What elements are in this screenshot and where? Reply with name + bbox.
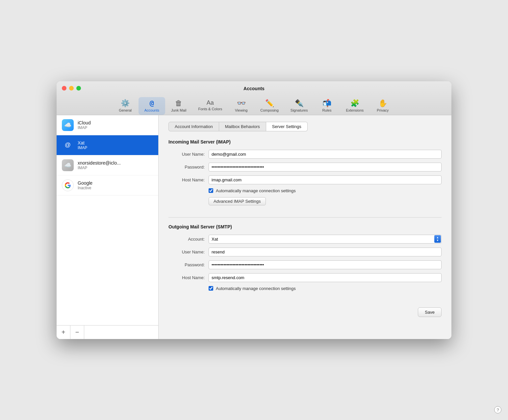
accounts-icon: @ <box>150 100 154 107</box>
account-list: ☁️ iCloud IMAP @ Xat IMAP <box>57 115 158 325</box>
toolbar-item-signatures[interactable]: ✒️ Signatures <box>285 97 314 115</box>
outgoing-auto-manage-row: Automatically manage connection settings <box>209 286 442 291</box>
incoming-auto-manage-row: Automatically manage connection settings <box>209 188 442 193</box>
google-icon <box>62 179 74 191</box>
toolbar-label-extensions: Extensions <box>346 108 364 112</box>
incoming-password-label: Password: <box>168 165 205 170</box>
xnor-name: xnorsidestore@iclo... <box>78 160 121 166</box>
toolbar-label-privacy: Privacy <box>377 108 389 112</box>
toolbar-label-composing: Composing <box>260 108 279 112</box>
account-item-google[interactable]: Google Inactive <box>57 175 158 196</box>
minimize-button[interactable] <box>69 86 74 91</box>
sidebar-footer: + − <box>57 325 158 339</box>
advanced-imap-button[interactable]: Advanced IMAP Settings <box>209 197 266 205</box>
tab-account-info[interactable]: Account Information <box>168 122 219 131</box>
account-stepper[interactable]: ▲ ▼ <box>434 235 441 243</box>
toolbar-item-rules[interactable]: 📬 Rules <box>314 97 340 115</box>
xat-icon: @ <box>62 139 74 151</box>
fonts-icon: Aa <box>207 100 214 106</box>
toolbar-item-fonts[interactable]: Aa Fonts & Colors <box>192 97 228 115</box>
remove-account-button[interactable]: − <box>70 326 84 339</box>
titlebar: Accounts ⚙️ General @ Accounts 🗑 Junk Ma… <box>57 81 451 115</box>
window-controls <box>62 86 81 91</box>
general-icon: ⚙️ <box>121 100 130 107</box>
advanced-imap-btn-wrapper: Advanced IMAP Settings <box>168 197 442 211</box>
toolbar-item-general[interactable]: ⚙️ General <box>112 97 139 115</box>
xnor-type: IMAP <box>78 166 121 170</box>
toolbar-label-junkmail: Junk Mail <box>171 108 186 112</box>
account-item-xnor[interactable]: ☁️ xnorsidestore@iclo... IMAP <box>57 155 158 175</box>
toolbar: ⚙️ General @ Accounts 🗑 Junk Mail Aa Fon… <box>62 94 446 115</box>
outgoing-hostname-input[interactable] <box>209 273 442 282</box>
incoming-mail-title: Incoming Mail Server (IMAP) <box>168 139 442 144</box>
toolbar-label-general: General <box>119 108 132 112</box>
icloud-icon: ☁️ <box>62 119 74 131</box>
toolbar-label-viewing: Viewing <box>235 108 247 112</box>
outgoing-hostname-row: Host Name: <box>168 273 442 282</box>
outgoing-account-select-wrapper: Xat ▲ ▼ <box>209 235 442 244</box>
tab-mailbox-behaviors[interactable]: Mailbox Behaviors <box>219 122 266 131</box>
xat-info: Xat IMAP <box>78 140 87 150</box>
google-info: Google Inactive <box>78 180 92 190</box>
account-item-xat[interactable]: @ Xat IMAP <box>57 135 158 155</box>
add-account-button[interactable]: + <box>57 326 70 339</box>
maximize-button[interactable] <box>76 86 81 91</box>
toolbar-item-privacy[interactable]: ✋ Privacy <box>369 97 396 115</box>
section-divider <box>168 217 442 218</box>
outgoing-account-select[interactable]: Xat <box>209 235 442 244</box>
toolbar-label-signatures: Signatures <box>291 108 308 112</box>
extensions-icon: 🧩 <box>350 100 359 107</box>
outgoing-auto-manage-checkbox[interactable] <box>209 286 213 291</box>
account-item-icloud[interactable]: ☁️ iCloud IMAP <box>57 115 158 135</box>
viewing-icon: 👓 <box>237 100 246 107</box>
signatures-icon: ✒️ <box>295 100 304 107</box>
outgoing-auto-manage-label: Automatically manage connection settings <box>216 286 296 291</box>
stepper-down-arrow: ▼ <box>436 239 439 242</box>
outgoing-password-input[interactable] <box>209 260 442 269</box>
stepper-up-arrow: ▲ <box>436 236 439 239</box>
xat-name: Xat <box>78 140 87 145</box>
incoming-password-row: Password: <box>168 163 442 171</box>
outgoing-hostname-label: Host Name: <box>168 275 205 280</box>
incoming-hostname-row: Host Name: <box>168 175 442 184</box>
outgoing-account-label: Account: <box>168 237 205 242</box>
toolbar-item-accounts[interactable]: @ Accounts <box>139 97 165 115</box>
footer-actions: Save <box>168 301 442 317</box>
rules-icon: 📬 <box>322 100 331 107</box>
help-button[interactable]: ? <box>494 406 501 413</box>
icloud-info: iCloud IMAP <box>78 120 91 130</box>
toolbar-item-viewing[interactable]: 👓 Viewing <box>228 97 254 115</box>
toolbar-label-rules: Rules <box>322 108 331 112</box>
outgoing-username-row: User Name: <box>168 248 442 256</box>
outgoing-account-row: Account: Xat ▲ ▼ <box>168 235 442 244</box>
incoming-hostname-label: Host Name: <box>168 177 205 182</box>
xnor-icon: ☁️ <box>62 159 74 171</box>
toolbar-item-composing[interactable]: ✏️ Composing <box>254 97 285 115</box>
tab-bar: Account Information Mailbox Behaviors Se… <box>168 122 442 131</box>
toolbar-item-junkmail[interactable]: 🗑 Junk Mail <box>165 97 192 115</box>
incoming-auto-manage-label: Automatically manage connection settings <box>216 188 296 193</box>
incoming-auto-manage-checkbox[interactable] <box>209 188 213 193</box>
outgoing-mail-title: Outgoing Mail Server (SMTP) <box>168 224 442 229</box>
sidebar: ☁️ iCloud IMAP @ Xat IMAP <box>57 115 159 339</box>
privacy-icon: ✋ <box>378 100 387 107</box>
composing-icon: ✏️ <box>265 100 274 107</box>
outgoing-username-input[interactable] <box>209 248 442 256</box>
toolbar-item-extensions[interactable]: 🧩 Extensions <box>340 97 369 115</box>
tab-server-settings[interactable]: Server Settings <box>266 122 308 131</box>
google-type: Inactive <box>78 186 92 190</box>
main-content: ☁️ iCloud IMAP @ Xat IMAP <box>57 115 451 339</box>
outgoing-username-label: User Name: <box>168 249 205 254</box>
toolbar-label-fonts: Fonts & Colors <box>198 107 222 111</box>
icloud-name: iCloud <box>78 120 91 125</box>
xnor-info: xnorsidestore@iclo... IMAP <box>78 160 121 170</box>
toolbar-label-accounts: Accounts <box>144 108 159 112</box>
incoming-password-input[interactable] <box>209 163 442 171</box>
incoming-hostname-input[interactable] <box>209 175 442 184</box>
close-button[interactable] <box>62 86 66 91</box>
save-button[interactable]: Save <box>418 307 442 317</box>
incoming-username-row: User Name: <box>168 150 442 159</box>
window-title: Accounts <box>62 86 446 94</box>
incoming-username-input[interactable] <box>209 150 442 159</box>
outgoing-password-row: Password: <box>168 260 442 269</box>
